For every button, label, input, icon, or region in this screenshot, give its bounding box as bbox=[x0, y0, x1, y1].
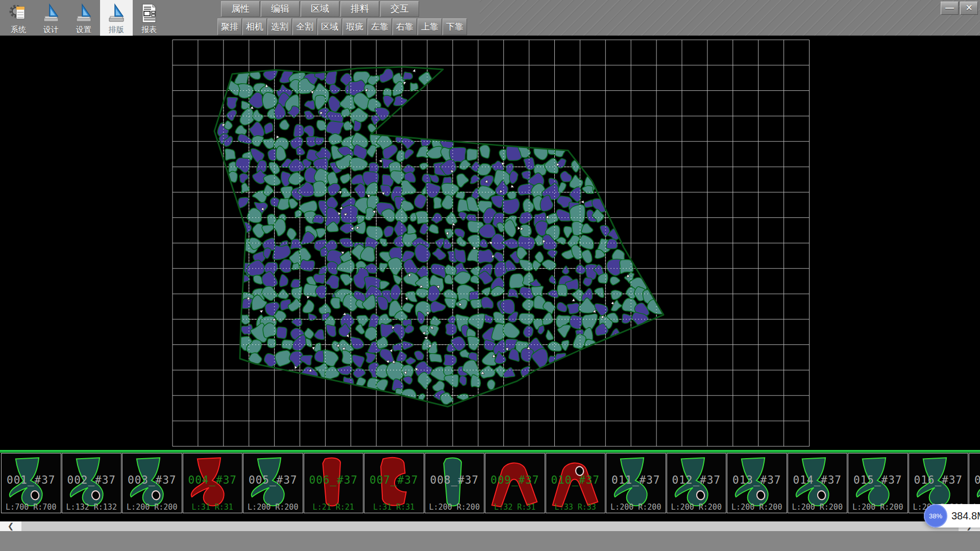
piece-id: 008_#37 bbox=[425, 474, 484, 486]
tool-button-1[interactable]: 聚排 bbox=[217, 18, 242, 35]
ruler-icon bbox=[106, 2, 127, 24]
ruler-icon bbox=[41, 2, 61, 24]
piece-lr-count: L:200 R:200 bbox=[667, 503, 726, 512]
nav-tab-label: 排版 bbox=[109, 24, 124, 35]
piece-thumbnail-8[interactable]: 008_#37 L:200 R:200 bbox=[425, 453, 485, 513]
piece-id: 013_#37 bbox=[727, 474, 787, 486]
piece-id: 003_#37 bbox=[122, 474, 182, 486]
minimize-button[interactable]: — bbox=[941, 2, 959, 15]
piece-thumbnail-11[interactable]: 011_#37 L:200 R:200 bbox=[606, 453, 666, 513]
scroll-left-icon[interactable]: ❮ bbox=[0, 521, 21, 531]
piece-thumbnail-strip: 001_#37 L:700 R:700 002_#37 L:132 R:132 … bbox=[0, 450, 980, 521]
piece-lr-count: L:31 R:31 bbox=[183, 503, 242, 512]
piece-thumbnail-14[interactable]: 014_#37 L:200 R:200 bbox=[788, 453, 848, 513]
piece-lr-count: L:700 R:700 bbox=[2, 503, 61, 512]
piece-lr-count: L:200 R:200 bbox=[425, 503, 484, 512]
piece-id: 016_#37 bbox=[909, 474, 968, 486]
piece-id: 001_#37 bbox=[2, 474, 61, 486]
piece-lr-count: L:200 R:200 bbox=[727, 503, 787, 512]
nav-tab-1[interactable]: 系统 bbox=[2, 0, 35, 36]
piece-thumbnail-9[interactable]: 009_#37 L:32 R:31 bbox=[485, 453, 545, 513]
piece-id: 007_#37 bbox=[364, 474, 424, 486]
piece-lr-count: L:200 R:200 bbox=[243, 503, 303, 512]
tool-button-8[interactable]: 右靠 bbox=[393, 18, 417, 35]
piece-thumbnail-3[interactable]: 003_#37 L:200 R:200 bbox=[122, 453, 182, 513]
bottom-bar bbox=[0, 531, 980, 551]
window-controls: — ✕ bbox=[941, 2, 978, 15]
nav-tab-3[interactable]: 设置 bbox=[67, 0, 100, 36]
memory-value: 384.8M bbox=[951, 510, 980, 522]
piece-id: 006_#37 bbox=[304, 474, 363, 486]
report-icon bbox=[139, 2, 159, 24]
tool-button-3[interactable]: 选割 bbox=[267, 18, 292, 35]
tool-button-2[interactable]: 相机 bbox=[242, 18, 267, 35]
nav-tab-label: 设计 bbox=[43, 24, 59, 35]
piece-lr-count: L:132 R:132 bbox=[62, 503, 121, 512]
menu-row: 属性编辑区域排料交互 bbox=[221, 1, 419, 17]
piece-thumbnail-6[interactable]: 006_#37 L:21 R:21 bbox=[304, 453, 364, 513]
piece-id: 009_#37 bbox=[485, 474, 545, 486]
tool-button-6[interactable]: 瑕疵 bbox=[342, 18, 367, 35]
piece-thumbnail-5[interactable]: 005_#37 L:200 R:200 bbox=[243, 453, 303, 513]
memory-badge[interactable]: 38% 384.8M bbox=[924, 504, 980, 528]
tool-button-5[interactable]: 区域 bbox=[317, 18, 342, 35]
progress-percent-badge: 38% bbox=[924, 504, 947, 528]
gear-icon bbox=[8, 2, 29, 24]
piece-lr-count: L:200 R:200 bbox=[606, 503, 666, 512]
piece-thumbnail-13[interactable]: 013_#37 L:200 R:200 bbox=[727, 453, 787, 513]
piece-thumbnail-4[interactable]: 004_#37 L:31 R:31 bbox=[183, 453, 243, 513]
nav-tab-label: 系统 bbox=[11, 24, 26, 35]
tool-button-4[interactable]: 全割 bbox=[292, 18, 317, 35]
piece-lr-count: L:21 R:21 bbox=[304, 503, 363, 512]
titlebar-hatch bbox=[480, 0, 980, 36]
piece-id: 011_#37 bbox=[606, 474, 666, 486]
piece-lr-count: L:31 R:31 bbox=[364, 503, 424, 512]
piece-lr-count: L:33 R:33 bbox=[546, 503, 605, 512]
tool-button-10[interactable]: 下靠 bbox=[443, 18, 467, 35]
nav-tab-2[interactable]: 设计 bbox=[35, 0, 67, 36]
nav-tabs: 系统 设计 设置 排版 报表 bbox=[2, 0, 165, 36]
piece-thumbnail-10[interactable]: 010_#37 L:33 R:33 bbox=[546, 453, 606, 513]
menu-button-2[interactable]: 编辑 bbox=[261, 1, 300, 17]
piece-id: 004_#37 bbox=[183, 474, 242, 486]
piece-id: 002_#37 bbox=[62, 474, 121, 486]
menu-button-5[interactable]: 交互 bbox=[380, 1, 419, 17]
piece-lr-count: L:200 R:200 bbox=[788, 503, 847, 512]
piece-lr-count: L:200 R:200 bbox=[848, 503, 908, 512]
piece-id: 015_#37 bbox=[848, 474, 908, 486]
nav-tab-label: 设置 bbox=[76, 24, 91, 35]
piece-thumbnail-15[interactable]: 015_#37 L:200 R:200 bbox=[848, 453, 908, 513]
tool-button-9[interactable]: 上靠 bbox=[418, 18, 442, 35]
piece-list: 001_#37 L:700 R:700 002_#37 L:132 R:132 … bbox=[1, 453, 980, 513]
menu-button-1[interactable]: 属性 bbox=[221, 1, 260, 17]
tool-button-7[interactable]: 左靠 bbox=[368, 18, 392, 35]
nav-tab-label: 报表 bbox=[141, 24, 157, 35]
piece-lr-count: L:200 R:200 bbox=[122, 503, 182, 512]
piece-id: 010_#37 bbox=[546, 474, 605, 486]
piece-thumbnail-12[interactable]: 012_#37 L:200 R:200 bbox=[667, 453, 727, 513]
canvas-svg bbox=[0, 36, 980, 450]
piece-id: 005_#37 bbox=[243, 474, 303, 486]
nav-tab-5[interactable]: 报表 bbox=[133, 0, 165, 36]
menu-button-4[interactable]: 排料 bbox=[340, 1, 379, 17]
piece-id: 014_#37 bbox=[788, 474, 847, 486]
tool-row: 聚排相机选割全割区域瑕疵左靠右靠上靠下靠 bbox=[217, 18, 467, 35]
nav-tab-4[interactable]: 排版 bbox=[100, 0, 133, 36]
ruler-icon bbox=[74, 2, 94, 24]
piece-thumbnail-7[interactable]: 007_#37 L:31 R:31 bbox=[364, 453, 424, 513]
piece-id: 012_#37 bbox=[667, 474, 726, 486]
piece-id: 017_#37 bbox=[969, 474, 980, 486]
nesting-canvas[interactable] bbox=[0, 36, 980, 450]
piece-thumbnail-2[interactable]: 002_#37 L:132 R:132 bbox=[62, 453, 122, 513]
close-button[interactable]: ✕ bbox=[960, 2, 978, 15]
piece-lr-count: L:32 R:31 bbox=[485, 503, 545, 512]
top-toolbar: 系统 设计 设置 排版 报表 属性编辑区域排料交互 聚排相机选割全割区域瑕疵左靠… bbox=[0, 0, 980, 36]
piece-thumbnail-1[interactable]: 001_#37 L:700 R:700 bbox=[1, 453, 61, 513]
menu-button-3[interactable]: 区域 bbox=[301, 1, 339, 17]
horizontal-scrollbar[interactable]: ❮ ❯ bbox=[0, 521, 980, 531]
